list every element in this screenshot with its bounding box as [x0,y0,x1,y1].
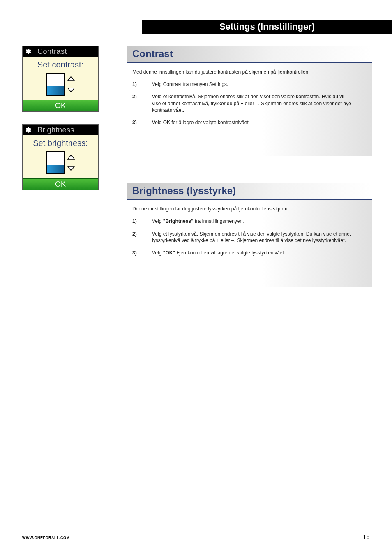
section-heading-text: Contrast [132,48,173,60]
page-header-title: Settings (Innstillinger) [219,21,315,32]
step-number: 2) [132,231,152,244]
step-number: 3) [132,119,152,126]
section-brightness: Brightness (lysstyrke) Denne innstilling… [127,183,372,287]
level-arrows [67,76,75,92]
device-body: Set contrast: [23,57,98,100]
section-heading: Brightness (lysstyrke) [127,183,372,200]
step-number: 2) [132,93,152,113]
step-post: fra Innstillingsmenyen. [194,218,244,224]
device-panel-brightness: Brightness Set brightness: OK [22,124,99,190]
main-content: Contrast Med denne innstillingen kan du … [127,46,372,313]
arrow-up-icon[interactable] [67,76,75,81]
svg-marker-0 [68,76,74,81]
step-text: Velg et lysstyrkenivå. Skjermen endres t… [152,231,370,244]
step-bold: "OK" [163,250,175,256]
section-body: Med denne innstillingen kan du justere k… [127,63,372,156]
ok-label: OK [55,180,66,189]
step-text: Velg Contrast fra menyen Settings. [152,81,370,88]
device-title-text: Brightness [33,126,98,134]
section-heading-text: Brightness (lysstyrke) [132,185,236,197]
device-title-bar: Contrast [23,46,98,57]
step-text: Velg "OK" Fjernkontrollen vil lagre det … [152,250,370,256]
device-title-text: Contrast [33,47,98,56]
step-text: Velg OK for å lagre det valgte kontrastn… [152,119,370,126]
section-intro: Med denne innstillingen kan du justere k… [132,69,370,75]
step-post: Fjernkontrollen vil lagre det valgte lys… [175,250,285,256]
ok-button[interactable]: OK [23,178,98,190]
arrow-down-icon[interactable] [67,88,75,92]
ok-label: OK [55,102,66,110]
step-item: 3) Velg OK for å lagre det valgte kontra… [132,119,370,126]
device-prompt: Set brightness: [23,139,98,148]
arrow-down-icon[interactable] [67,166,75,171]
section-heading: Contrast [127,46,372,63]
page-number: 15 [363,534,370,540]
footer-url: WWW.ONEFORALL.COM [22,536,69,540]
step-item: 2) Velg et kontrastnivå. Skjermen endres… [132,93,370,113]
step-number: 3) [132,250,152,256]
section-contrast: Contrast Med denne innstillingen kan du … [127,46,372,156]
step-number: 1) [132,218,152,224]
step-item: 2) Velg et lysstyrkenivå. Skjermen endre… [132,231,370,244]
device-panel-contrast: Contrast Set contrast: OK [22,46,99,112]
step-number: 1) [132,81,152,88]
device-prompt: Set contrast: [23,60,98,69]
level-fill [47,86,64,95]
device-title-bar: Brightness [23,125,98,135]
step-item: 1) Velg Contrast fra menyen Settings. [132,81,370,88]
page-footer: WWW.ONEFORALL.COM 15 [22,534,370,540]
gear-icon [23,127,33,133]
sidebar: Contrast Set contrast: OK [22,46,99,203]
step-item: 3) Velg "OK" Fjernkontrollen vil lagre d… [132,250,370,256]
svg-marker-1 [68,88,74,92]
level-control [23,151,98,174]
step-pre: Velg [152,218,163,224]
level-arrows [67,155,75,171]
level-fill [47,165,64,173]
page-header: Settings (Innstillinger) [142,20,392,34]
device-body: Set brightness: [23,135,98,178]
section-intro: Denne innstillingen lar deg justere lyss… [132,206,370,212]
gear-icon [23,48,33,55]
level-control [23,73,98,96]
step-pre: Velg [152,250,163,256]
step-text: Velg "Brightness" fra Innstillingsmenyen… [152,218,370,224]
level-indicator [46,73,65,96]
step-bold: "Brightness" [163,218,194,224]
arrow-up-icon[interactable] [67,155,75,160]
ok-button[interactable]: OK [23,100,98,111]
step-text: Velg et kontrastnivå. Skjermen endres sl… [152,93,370,113]
level-indicator [46,151,65,174]
step-item: 1) Velg "Brightness" fra Innstillingsmen… [132,218,370,224]
svg-marker-3 [68,166,74,171]
section-body: Denne innstillingen lar deg justere lyss… [127,200,372,287]
svg-marker-2 [68,155,74,159]
